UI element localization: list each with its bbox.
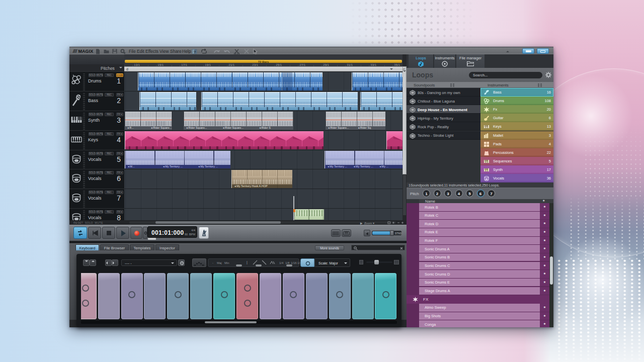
- svg-text:?: ?: [194, 49, 196, 54]
